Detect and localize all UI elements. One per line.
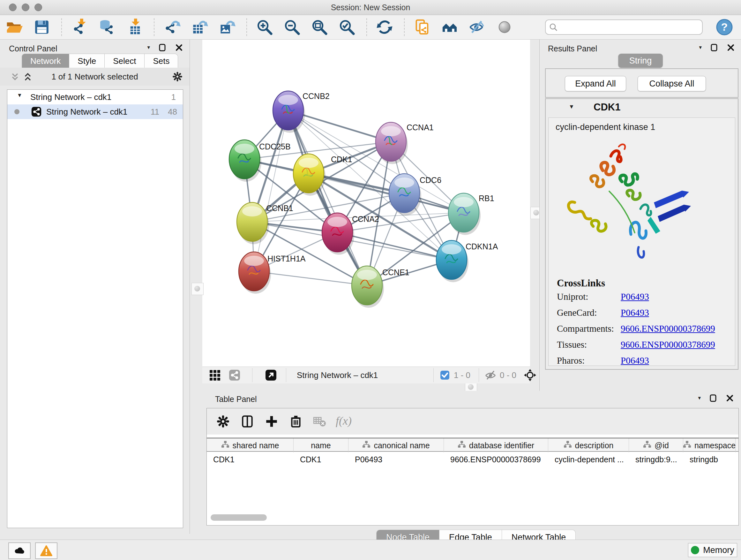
node-table: f(x) shared namenamecanonical namedataba… xyxy=(206,408,739,525)
node-CCNB2[interactable] xyxy=(273,91,305,133)
column-header-namespace[interactable]: namespace xyxy=(683,438,736,452)
crosslink-row: Compartments:9606.ENSP00000378699 xyxy=(557,323,729,334)
function-builder-icon[interactable]: f(x) xyxy=(336,414,352,428)
refresh-icon[interactable] xyxy=(376,18,393,36)
results-panel-menu-icon[interactable]: ▾ xyxy=(699,44,702,52)
close-panel-icon[interactable] xyxy=(175,44,183,52)
crosshair-icon[interactable] xyxy=(523,368,537,382)
edge-CCNA2-CDKN1A[interactable] xyxy=(337,233,452,260)
edge-HIST1H1A-CCNE1[interactable] xyxy=(254,271,367,286)
double-house-icon[interactable] xyxy=(441,18,458,36)
delete-column-icon[interactable] xyxy=(288,414,303,429)
delete-table-icon[interactable] xyxy=(312,414,327,429)
control-panel-menu-icon[interactable]: ▾ xyxy=(147,44,150,52)
float-panel-icon[interactable] xyxy=(158,44,166,52)
export-table-icon[interactable] xyxy=(191,18,208,36)
table-panel-menu-icon[interactable]: ▾ xyxy=(698,394,701,402)
export-image-icon[interactable] xyxy=(218,18,235,36)
node-CCNA2[interactable] xyxy=(322,213,354,255)
table-options-gear-icon[interactable] xyxy=(216,414,230,429)
node-RB1[interactable] xyxy=(448,193,481,235)
tab-network[interactable]: Network xyxy=(22,54,69,68)
selected-checkbox-icon[interactable] xyxy=(440,370,450,380)
cloud-status-button[interactable] xyxy=(8,543,30,559)
zoom-fit-content-icon[interactable] xyxy=(311,18,328,36)
crosslink-link[interactable]: 9606.ENSP00000378699 xyxy=(621,339,715,350)
close-panel-icon[interactable] xyxy=(726,394,734,402)
table-horizontal-scrollbar[interactable] xyxy=(211,514,734,521)
search-input[interactable] xyxy=(560,21,699,33)
warnings-button[interactable] xyxy=(35,543,57,559)
collection-count: 1 xyxy=(172,92,176,102)
tab-style[interactable]: Style xyxy=(69,54,105,68)
column-header-name[interactable]: name xyxy=(293,438,348,452)
node-label-CDK1: CDK1 xyxy=(331,155,352,164)
tab-sets[interactable]: Sets xyxy=(145,54,178,68)
birdseye-grid-icon[interactable] xyxy=(209,369,221,381)
node-CCNE1[interactable] xyxy=(352,266,384,308)
crosslink-row: Tissues:9606.ENSP00000378699 xyxy=(557,339,729,350)
node-HIST1H1A[interactable] xyxy=(239,252,271,294)
column-tree-icon xyxy=(563,440,572,450)
node-CCNA1[interactable] xyxy=(376,122,408,164)
zoom-selected-icon[interactable] xyxy=(338,18,355,36)
node-CDKN1A[interactable] xyxy=(436,240,468,282)
network-status-dot xyxy=(14,109,19,114)
collapse-node-icon[interactable]: ▼ xyxy=(569,104,575,110)
crosslink-row: Pharos:P06493 xyxy=(557,355,729,366)
application-window: Session: New Session ? Control Panel ▾ N… xyxy=(0,0,741,560)
tab-string[interactable]: String xyxy=(618,54,663,68)
node-label-RB1: RB1 xyxy=(479,194,494,203)
float-panel-icon[interactable] xyxy=(710,44,718,52)
import-network-from-file-icon[interactable] xyxy=(71,18,88,36)
show-columns-icon[interactable] xyxy=(240,414,255,429)
left-splitter-handle[interactable] xyxy=(192,283,204,295)
network-canvas[interactable]: CCNB2CCNA1CDC25BCDK1CDC6RB1CCNB1CCNA2CDK… xyxy=(202,40,530,367)
export-view-icon[interactable] xyxy=(265,369,277,381)
node-details-header[interactable]: ▼ CDK1 xyxy=(546,99,738,117)
add-column-icon[interactable] xyxy=(264,414,279,429)
import-network-from-database-icon[interactable] xyxy=(98,18,116,36)
collapse-tree-icon[interactable]: ▼ xyxy=(17,92,22,99)
node-CDC6[interactable] xyxy=(389,174,421,215)
close-panel-icon[interactable] xyxy=(727,44,735,52)
crosslink-link[interactable]: 9606.ENSP00000378699 xyxy=(621,323,715,334)
network-row[interactable]: String Network – cdk1 11 48 xyxy=(7,105,183,119)
network-view-toolbar: String Network – cdk1 1 - 0 0 - 0 xyxy=(202,367,530,383)
crosslink-link[interactable]: P06493 xyxy=(621,292,649,302)
crosslink-link[interactable]: P06493 xyxy=(621,355,649,366)
node-CDK1[interactable] xyxy=(293,154,326,196)
tab-select[interactable]: Select xyxy=(105,54,145,68)
column-header-description[interactable]: description xyxy=(548,438,629,452)
node-CCNB1[interactable] xyxy=(237,202,269,244)
gray-sphere-icon[interactable] xyxy=(496,18,513,36)
help-button[interactable]: ? xyxy=(716,19,733,36)
column-header-canonical-name[interactable]: canonical name xyxy=(348,438,444,452)
table-row[interactable]: CDK1CDK1P064939606.ENSP00000378699cyclin… xyxy=(207,452,738,466)
string-share-icon[interactable] xyxy=(228,369,241,381)
results-panel-title: Results Panel xyxy=(548,44,597,53)
save-session-icon[interactable] xyxy=(33,18,51,36)
expand-all-button[interactable]: Expand All xyxy=(565,76,626,91)
float-panel-icon[interactable] xyxy=(709,394,718,402)
documents-network-icon[interactable] xyxy=(414,18,431,36)
open-file-icon[interactable] xyxy=(6,18,23,36)
hidden-eye-icon[interactable] xyxy=(484,369,496,381)
zoom-in-icon[interactable] xyxy=(256,18,273,36)
collapse-all-button[interactable]: Collapse All xyxy=(637,76,706,91)
memory-button[interactable]: Memory xyxy=(688,543,737,557)
column-header--id[interactable]: @id xyxy=(629,438,683,452)
crosslink-link[interactable]: P06493 xyxy=(621,307,649,318)
column-header-shared-name[interactable]: shared name xyxy=(207,438,293,452)
node-label-CDC25B: CDC25B xyxy=(259,142,291,151)
network-collection-label: String Network – cdk1 xyxy=(30,92,111,102)
import-table-icon[interactable] xyxy=(126,18,143,36)
eye-slash-icon[interactable] xyxy=(468,18,486,36)
column-header-database-identifier[interactable]: database identifier xyxy=(444,438,548,452)
zoom-out-icon[interactable] xyxy=(283,18,300,36)
table-header-row: shared namenamecanonical namedatabase id… xyxy=(207,438,738,452)
export-network-icon[interactable] xyxy=(163,18,181,36)
network-options-gear-icon[interactable] xyxy=(172,71,183,82)
edge-CCNB2-HIST1H1A[interactable] xyxy=(254,111,288,271)
network-collection-row[interactable]: ▼ String Network – cdk1 1 xyxy=(7,90,183,105)
